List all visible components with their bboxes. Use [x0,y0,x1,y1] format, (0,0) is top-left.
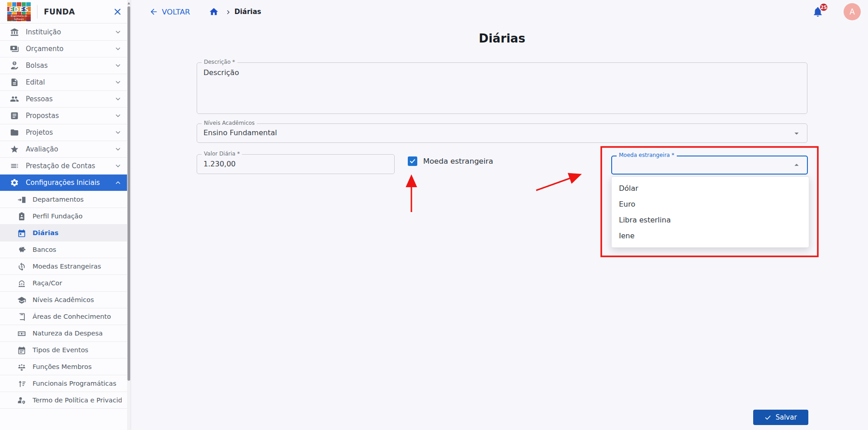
dropdown-option-libra-esterlina[interactable]: Libra esterlina [612,212,809,228]
sidebar-item-funcionais-programaticas[interactable]: Funcionais Programáticas [0,375,127,392]
chevron-down-icon [114,62,122,69]
chevron-down-icon [114,146,122,153]
sidebar-nav: InstituiçãoOrçamentoBolsasEditalPessoasP… [0,24,127,430]
close-sidebar-icon[interactable] [113,7,123,17]
sidebar-item-propostas[interactable]: Propostas [0,108,127,124]
sidebar-item-bolsas[interactable]: Bolsas [0,57,127,74]
header-divider [37,5,38,19]
sidebar-item-label: Pessoas [26,95,108,103]
sidebar-item-avaliacao[interactable]: Avaliação [0,141,127,158]
event-calendar-icon [17,346,26,354]
sidebar-item-configuracoes-iniciais[interactable]: Configurações Iniciais [0,175,127,191]
back-label: VOLTAR [162,8,190,16]
niveis-academicos-select[interactable]: Níveis Acadêmicos Ensino Fundamental [197,123,807,143]
sidebar-item-areas-de-conhecimento[interactable]: Áreas de Conhecimento [0,308,127,325]
badge-icon [17,212,26,221]
sidebar-item-label: Configurações Iniciais [26,179,108,187]
sidebar-item-diarias[interactable]: Diárias [0,225,127,241]
valor-diaria-label: Valor Diária * [202,151,242,157]
sidebar-item-edital[interactable]: Edital [0,74,127,91]
moeda-estrangeira-select[interactable]: Moeda estrangeira * [611,156,808,175]
sidebar: EDES Engenharia de Software FUNDA Instit… [0,0,131,430]
sidebar-item-moedas-estrangeiras[interactable]: Moedas Estrangeiras [0,258,127,275]
checkbox-checked-icon[interactable] [408,156,417,166]
niveis-academicos-value: Ensino Fundamental [197,124,807,142]
chevron-down-icon[interactable] [792,128,802,138]
diarias-form: Diárias Descrição * Descrição Níveis Aca… [197,24,807,430]
people-icon [10,95,19,104]
sidebar-scrollbar[interactable]: ▲ [127,0,131,430]
logo-word: EDES [7,6,31,13]
sidebar-header: EDES Engenharia de Software FUNDA [0,0,131,24]
notifications-button[interactable]: 25 [812,6,824,18]
main-area: VOLTAR Diárias 25 A Diárias Descrição * … [135,0,868,430]
calendar-icon [17,229,26,237]
logo-caption: Engenharia de Software [7,14,31,21]
save-button-label: Salvar [775,413,797,421]
sidebar-item-departamentos[interactable]: Departamentos [0,191,127,208]
chevron-up-icon [114,179,122,186]
sidebar-item-instituicao[interactable]: Instituição [0,24,127,41]
sidebar-item-natureza-da-despesa[interactable]: Natureza da Despesa [0,325,127,342]
graduation-cap-icon [17,296,26,304]
descricao-field[interactable]: Descrição * Descrição [197,62,807,114]
sidebar-item-orcamento[interactable]: Orçamento [0,41,127,57]
back-arrow-icon [149,7,158,16]
sidebar-item-funcoes-membros[interactable]: Funções Membros [0,359,127,375]
sidebar-item-termo-de-politica-e-privacidade[interactable]: Termo de Política e Privacidade [0,392,127,409]
avatar[interactable]: A [844,3,861,20]
moeda-estrangeira-checkbox-row[interactable]: Moeda estrangeira [408,156,493,166]
sidebar-item-prestacao-de-contas[interactable]: Prestação de Contas [0,158,127,175]
back-button[interactable]: VOLTAR [149,7,190,16]
chevron-down-icon [114,45,122,52]
chevron-down-icon [114,129,122,136]
sidebar-item-bancos[interactable]: Bancos [0,241,127,258]
sidebar-item-projetos[interactable]: Projetos [0,124,127,141]
sidebar-item-label: Bancos [33,246,122,253]
cash-icon [17,329,26,338]
app-logo: EDES Engenharia de Software [7,2,31,21]
dropdown-option-iene[interactable]: Iene [612,228,809,244]
sidebar-item-tipos-de-eventos[interactable]: Tipos de Eventos [0,342,127,359]
sidebar-item-pessoas[interactable]: Pessoas [0,91,127,108]
sidebar-item-label: Prestação de Contas [26,162,108,170]
page-title: Diárias [197,32,807,45]
star-icon [10,145,19,154]
check-icon [764,414,771,421]
chevron-up-icon[interactable] [792,160,802,170]
sidebar-item-raca-cor[interactable]: Raça/Cor [0,275,127,292]
payments-icon [10,44,19,53]
breadcrumb-current: Diárias [234,8,261,16]
members-icon [17,363,26,371]
sidebar-item-label: Edital [26,78,108,86]
sidebar-item-label: Níveis Acadêmicos [33,296,122,303]
currency-exchange-icon [17,262,26,271]
valor-diaria-field[interactable]: Valor Diária * 1.230,00 [197,154,395,174]
dropdown-option-euro[interactable]: Euro [612,196,809,212]
sidebar-item-perfil-fundacao[interactable]: Perfil Fundação [0,208,127,225]
sidebar-item-label: Áreas de Conhecimento [33,313,122,320]
sidebar-item-label: Instituição [26,28,108,36]
gears-icon [10,178,19,187]
sidebar-item-label: Tipos de Eventos [33,346,122,354]
checkbox-label: Moeda estrangeira [423,157,493,165]
niveis-academicos-label: Níveis Acadêmicos [202,120,257,126]
moeda-estrangeira-label: Moeda estrangeira * [617,152,677,158]
bank-icon [10,28,19,37]
department-arrow-icon [17,195,26,204]
dropdown-option-dolar[interactable]: Dólar [612,180,809,196]
proposal-document-icon [10,111,19,120]
brand-name: FUNDA [44,7,113,16]
sidebar-item-label: Diárias [33,229,122,236]
save-button[interactable]: Salvar [753,410,808,425]
home-icon[interactable] [209,7,219,17]
piggy-bank-icon [17,246,26,254]
sidebar-item-niveis-academicos[interactable]: Níveis Acadêmicos [0,292,127,308]
scrollbar-thumb[interactable] [127,6,130,381]
sidebar-item-label: Raça/Cor [33,279,122,287]
sidebar-item-label: Avaliação [26,145,108,153]
chevron-down-icon [114,95,122,103]
privacy-person-icon [17,396,26,405]
scrollbar-up-arrow[interactable]: ▲ [127,1,131,5]
diversity-icon [17,279,26,288]
